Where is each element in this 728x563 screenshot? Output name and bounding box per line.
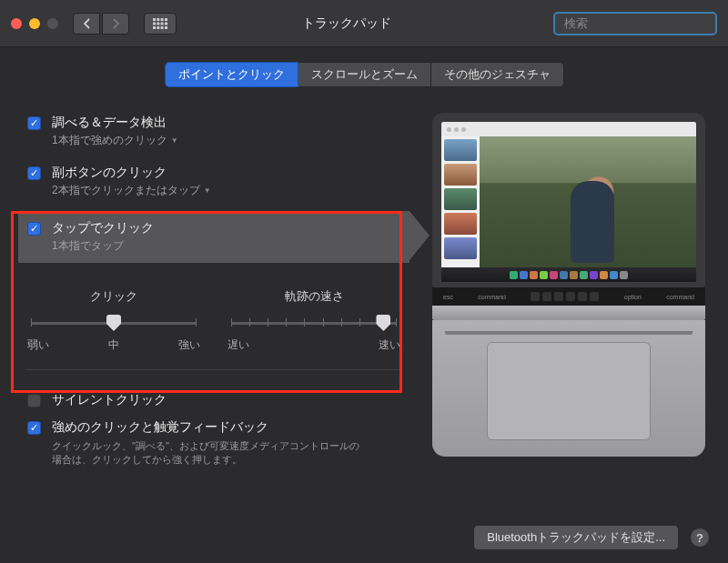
- tab-scroll-zoom[interactable]: スクロールとズーム: [298, 62, 431, 87]
- divider: [25, 369, 402, 370]
- option-secondary-sub[interactable]: 2本指でクリックまたはタップ▼: [52, 183, 211, 198]
- svg-rect-3: [165, 18, 167, 21]
- option-lookup: ✓ 調べる＆データ検出 1本指で強めのクリック▼: [18, 109, 410, 159]
- close-window-icon[interactable]: [11, 18, 22, 29]
- macbook-touchbar: esc command option command: [432, 287, 705, 306]
- option-tap-title: タップでクリック: [52, 220, 154, 236]
- option-silent-title: サイレントクリック: [52, 392, 167, 408]
- option-tap-highlight: ✓ タップでクリック 1本指でタップ: [18, 211, 410, 263]
- slider-click-track[interactable]: [31, 314, 197, 332]
- slider-click: クリック 弱い 中 強い: [27, 288, 200, 353]
- back-button[interactable]: [73, 13, 100, 35]
- chevron-right-icon: [112, 18, 120, 29]
- window-title: トラックパッド: [186, 15, 544, 32]
- checkbox-silent[interactable]: ✓: [27, 394, 41, 407]
- options-column: ✓ 調べる＆データ検出 1本指で強めのクリック▼ ✓ 副ボタンのクリック 2本指…: [18, 109, 410, 467]
- svg-rect-4: [153, 22, 156, 25]
- slider-click-title: クリック: [27, 288, 200, 305]
- checkbox-lookup[interactable]: ✓: [27, 116, 41, 130]
- svg-rect-9: [157, 26, 159, 29]
- sliders-row: クリック 弱い 中 強い 軌跡の速さ: [18, 288, 410, 353]
- macbook-preview: esc command option command: [432, 113, 705, 457]
- chevron-down-icon: ▼: [204, 186, 211, 195]
- macbook-screen: [432, 113, 705, 287]
- option-secondary: ✓ 副ボタンのクリック 2本指でクリックまたはタップ▼: [18, 159, 410, 209]
- help-button[interactable]: ?: [690, 528, 710, 548]
- show-all-button[interactable]: [144, 13, 177, 35]
- tab-bar: ポイントとクリック スクロールとズーム その他のジェスチャ: [18, 62, 710, 87]
- svg-rect-1: [157, 18, 159, 21]
- svg-rect-2: [161, 18, 164, 21]
- svg-rect-8: [153, 26, 156, 29]
- slider-click-label-max: 強い: [178, 337, 200, 353]
- checkbox-secondary[interactable]: ✓: [27, 166, 41, 180]
- slider-tracking-label-max: 速い: [379, 337, 400, 353]
- option-secondary-title: 副ボタンのクリック: [52, 165, 211, 181]
- option-force-title: 強めのクリックと触覚フィードバック: [52, 419, 268, 436]
- chevron-down-icon: ▼: [171, 136, 178, 145]
- slider-tracking-track[interactable]: [231, 314, 397, 332]
- forward-button[interactable]: [102, 13, 129, 35]
- tab-more-gestures[interactable]: その他のジェスチャ: [430, 62, 564, 87]
- grid-icon: [153, 18, 167, 29]
- svg-rect-11: [165, 26, 167, 29]
- checkbox-tap[interactable]: ✓: [27, 222, 41, 236]
- zoom-window-icon: [47, 18, 58, 29]
- tab-point-click[interactable]: ポイントとクリック: [165, 62, 298, 87]
- slider-click-thumb[interactable]: [106, 315, 121, 331]
- preview-column: esc command option command: [428, 109, 710, 467]
- svg-rect-6: [161, 22, 164, 25]
- option-silent: ✓ サイレントクリック: [18, 387, 410, 419]
- option-lookup-title: 調べる＆データ検出: [52, 115, 178, 131]
- option-lookup-sub[interactable]: 1本指で強めのクリック▼: [52, 133, 178, 148]
- svg-rect-5: [157, 22, 159, 25]
- macbook-body: [432, 320, 705, 457]
- slider-click-label-min: 弱い: [27, 337, 49, 353]
- option-tap-sub: 1本指でタップ: [52, 238, 154, 254]
- nav-buttons: [73, 13, 129, 35]
- slider-tracking-thumb[interactable]: [376, 315, 390, 331]
- slider-tracking: 軌跡の速さ 遅い 速い: [228, 288, 400, 353]
- search-input[interactable]: [564, 16, 717, 30]
- macbook-trackpad: [487, 342, 651, 440]
- bluetooth-setup-button[interactable]: Bluetoothトラックパッドを設定...: [473, 525, 679, 550]
- minimize-window-icon[interactable]: [29, 18, 40, 29]
- option-tap: ✓ タップでクリック 1本指でタップ: [27, 220, 410, 254]
- chevron-left-icon: [83, 18, 91, 29]
- slider-click-label-mid: 中: [108, 337, 119, 353]
- footer: Bluetoothトラックパッドを設定... ?: [473, 525, 710, 550]
- svg-rect-7: [165, 22, 167, 25]
- option-force-desc: クイックルック、"調べる"、および可変速度メディアコントロールの場合は、クリック…: [52, 439, 361, 467]
- titlebar: トラックパッド: [0, 0, 728, 47]
- slider-tracking-label-min: 遅い: [228, 337, 249, 353]
- svg-rect-10: [161, 26, 164, 29]
- checkbox-force[interactable]: ✓: [27, 421, 41, 435]
- svg-rect-0: [153, 18, 156, 21]
- search-field[interactable]: [553, 12, 717, 35]
- slider-tracking-title: 軌跡の速さ: [228, 288, 400, 305]
- window-controls: [11, 18, 58, 29]
